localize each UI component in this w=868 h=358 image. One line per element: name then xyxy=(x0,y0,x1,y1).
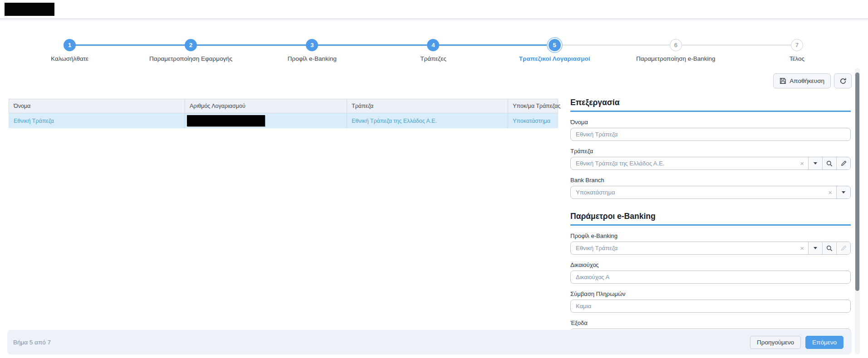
stepper-step-2: 2 Παραμετροποίηση Εφαρμογής xyxy=(130,39,251,62)
name-field-label: Όνομα xyxy=(570,119,851,126)
ebanking-profile-input[interactable] xyxy=(571,242,796,254)
step-5-label: Τραπεζικοί Λογαριασμοί xyxy=(519,55,590,62)
wizard-footer: Βήμα 5 από 7 Προηγούμενο Επόμενο xyxy=(7,330,852,354)
previous-button[interactable]: Προηγούμενο xyxy=(750,336,801,349)
edit-heading: Επεξεργασία xyxy=(570,98,851,112)
stepper-step-3: 3 Προφίλ e-Banking xyxy=(251,39,373,62)
bank-field-label: Τράπεζα xyxy=(570,148,851,155)
next-button[interactable]: Επόμενο xyxy=(805,336,843,349)
step-1-label: Καλωσήλθατε xyxy=(51,55,88,62)
wizard-stepper: 1 Καλωσήλθατε 2 Παραμετροποίηση Εφαρμογή… xyxy=(9,39,858,62)
save-button-label: Αποθήκευση xyxy=(790,77,824,84)
floppy-disk-icon xyxy=(780,77,786,84)
bank-accounts-table: Όνομα Αριθμός Λογαριασμού Τράπεζα Υποκ/μ… xyxy=(9,99,558,128)
step-6-label: Παραμετροποίηση e-Banking xyxy=(636,55,716,62)
step-progress-text: Βήμα 5 από 7 xyxy=(13,339,750,346)
vertical-scrollbar-thumb[interactable] xyxy=(855,73,859,291)
stepper-step-5: 5 Τραπεζικοί Λογαριασμοί xyxy=(494,39,615,62)
step-5-circle[interactable]: 5 xyxy=(549,39,561,51)
ebanking-profile-search-button[interactable] xyxy=(822,242,836,254)
table-header-row: Όνομα Αριθμός Λογαριασμού Τράπεζα Υποκ/μ… xyxy=(9,99,558,113)
save-button[interactable]: Αποθήκευση xyxy=(773,73,831,88)
bank-branch-combo: × xyxy=(570,186,851,199)
step-3-circle[interactable]: 3 xyxy=(306,39,318,51)
bank-branch-dropdown-button[interactable] xyxy=(836,186,850,198)
step-7-label: Τέλος xyxy=(790,55,804,62)
cell-branch: Υποκατάστημα xyxy=(508,113,559,128)
refresh-button[interactable] xyxy=(834,73,852,88)
step-1-circle[interactable]: 1 xyxy=(64,39,76,51)
panel-toolbar: Αποθήκευση xyxy=(773,73,852,88)
cell-bank: Εθνική Τράπεζα της Ελλάδος Α.Ε. xyxy=(347,113,508,128)
payment-contract-input[interactable] xyxy=(570,300,851,313)
step-6-circle[interactable]: 6 xyxy=(670,39,682,51)
pencil-icon xyxy=(841,160,847,166)
stepper-step-6: 6 Παραμετροποίηση e-Banking xyxy=(615,39,736,62)
bank-branch-input[interactable] xyxy=(571,186,824,198)
step-7-circle[interactable]: 7 xyxy=(791,39,803,51)
column-header-bank-branch[interactable]: Υποκ/μα Τράπεζας xyxy=(508,99,559,113)
bank-dropdown-button[interactable] xyxy=(808,157,822,169)
topbar xyxy=(0,0,868,19)
expenses-field-label: Έξοδα xyxy=(570,319,851,326)
ebanking-params-heading: Παράμετροι e-Banking xyxy=(570,212,851,226)
column-header-name[interactable]: Όνομα xyxy=(9,99,185,113)
cell-name: Εθνική Τράπεζα xyxy=(9,113,185,128)
chevron-down-icon xyxy=(814,162,817,164)
pencil-icon xyxy=(841,245,847,251)
stepper-step-1: 1 Καλωσήλθατε xyxy=(9,39,130,62)
bank-branch-clear-icon[interactable]: × xyxy=(824,186,836,198)
chevron-down-icon xyxy=(842,191,845,194)
stepper-step-4: 4 Τράπεζες xyxy=(373,39,494,62)
cell-account-number xyxy=(185,113,347,128)
bank-branch-field-label: Bank Branch xyxy=(570,177,851,184)
ebanking-profile-dropdown-button[interactable] xyxy=(808,242,822,254)
stepper-step-7: 7 Τέλος xyxy=(736,39,858,62)
name-input[interactable] xyxy=(570,128,851,141)
column-header-bank[interactable]: Τράπεζα xyxy=(347,99,508,113)
refresh-icon xyxy=(839,77,847,85)
step-3-label: Προφίλ e-Banking xyxy=(288,55,337,62)
column-header-account-number[interactable]: Αριθμός Λογαριασμού xyxy=(185,99,347,113)
bank-clear-icon[interactable]: × xyxy=(796,157,808,169)
step-4-circle[interactable]: 4 xyxy=(427,39,439,51)
beneficiary-input[interactable] xyxy=(570,271,851,284)
bank-search-button[interactable] xyxy=(822,157,836,169)
bank-input[interactable] xyxy=(571,157,796,169)
step-2-label: Παραμετροποίηση Εφαρμογής xyxy=(149,55,232,62)
beneficiary-field-label: Δικαιούχος xyxy=(570,261,851,268)
payment-contract-field-label: Σύμβαση Πληρωμών xyxy=(570,290,851,297)
search-icon xyxy=(826,160,833,167)
vertical-scrollbar-track[interactable] xyxy=(855,68,860,354)
table-row[interactable]: Εθνική Τράπεζα Εθνική Τράπεζα της Ελλάδο… xyxy=(9,113,558,128)
redacted-logo xyxy=(5,3,54,16)
edit-panel: Επεξεργασία Όνομα Τράπεζα × Bank Branch xyxy=(570,98,851,342)
bank-edit-button[interactable] xyxy=(836,157,850,169)
redacted-account-number xyxy=(187,115,265,126)
ebanking-profile-combo: × xyxy=(570,242,851,255)
chevron-down-icon xyxy=(814,247,817,249)
ebanking-profile-edit-button-disabled xyxy=(836,242,850,254)
ebanking-profile-clear-icon[interactable]: × xyxy=(796,242,808,254)
search-icon xyxy=(826,245,833,252)
ebanking-profile-field-label: Προφίλ e-Banking xyxy=(570,232,851,239)
step-2-circle[interactable]: 2 xyxy=(185,39,197,51)
step-4-label: Τράπεζες xyxy=(420,55,446,62)
bank-combo: × xyxy=(570,157,851,170)
